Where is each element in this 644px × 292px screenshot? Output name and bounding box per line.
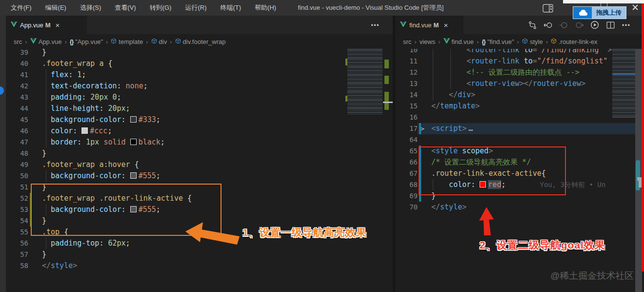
line-number[interactable]: 39 bbox=[6, 49, 28, 58]
line-number[interactable]: 47 bbox=[6, 137, 28, 148]
code-line[interactable]: 44 line-height: 20px; bbox=[6, 103, 393, 114]
breadcrumb-item[interactable]: template bbox=[111, 38, 143, 45]
line-number[interactable]: 64 bbox=[395, 134, 418, 146]
breadcrumb-item[interactable]: App.vue bbox=[30, 38, 62, 45]
color-swatch[interactable] bbox=[130, 172, 137, 179]
code-line[interactable]: 48} bbox=[6, 148, 393, 159]
menu-item[interactable]: 转到(G) bbox=[143, 0, 179, 16]
minimap-left[interactable] bbox=[347, 49, 382, 115]
line-number[interactable]: 58 bbox=[6, 260, 28, 271]
line-number[interactable]: 41 bbox=[6, 69, 28, 81]
code-line[interactable]: 70</style> bbox=[395, 202, 644, 213]
scrollbar-thumb-edge[interactable] bbox=[383, 102, 393, 103]
menu-item[interactable]: 选择(S) bbox=[73, 0, 108, 16]
line-number[interactable]: 55 bbox=[6, 227, 28, 238]
line-number[interactable]: 50 bbox=[6, 170, 28, 182]
run-file-icon[interactable] bbox=[590, 21, 599, 29]
line-number[interactable]: 10 bbox=[395, 49, 418, 56]
line-number[interactable]: 52 bbox=[6, 193, 28, 204]
color-swatch[interactable] bbox=[130, 116, 137, 123]
color-swatch[interactable] bbox=[130, 139, 137, 145]
line-number[interactable]: 56 bbox=[6, 238, 28, 249]
line-number[interactable]: 49 bbox=[6, 159, 28, 170]
menu-item[interactable]: 运行(R) bbox=[178, 0, 213, 16]
line-number[interactable]: 65 bbox=[395, 146, 418, 157]
line-number[interactable]: 46 bbox=[6, 125, 28, 137]
tab-close-icon[interactable]: × bbox=[55, 21, 61, 29]
code-line[interactable]: 42 text-decoration: none; bbox=[6, 81, 393, 92]
code-line[interactable]: 50 background-color: #555; bbox=[6, 170, 393, 182]
breadcrumb-item[interactable]: div.footer_wrap bbox=[175, 38, 226, 45]
line-number[interactable]: 11 bbox=[395, 56, 418, 67]
line-number[interactable]: 17 bbox=[395, 123, 418, 134]
breadcrumb-item[interactable]: .router-link-ex bbox=[551, 38, 597, 45]
navigate-back-icon[interactable] bbox=[543, 21, 552, 29]
line-number[interactable]: 43 bbox=[6, 92, 28, 103]
menu-item[interactable]: 查看(V) bbox=[108, 0, 142, 16]
code-line[interactable]: 43 padding: 20px 0; bbox=[6, 92, 393, 103]
line-number[interactable]: 45 bbox=[6, 114, 28, 125]
floating-blue-dot[interactable] bbox=[0, 86, 4, 95]
menu-item[interactable]: 文件(F) bbox=[4, 0, 39, 16]
fold-chevron-icon[interactable]: > bbox=[421, 123, 424, 134]
line-number[interactable]: 51 bbox=[6, 182, 28, 193]
breadcrumb-item[interactable]: views bbox=[420, 38, 436, 45]
color-swatch[interactable] bbox=[81, 127, 88, 134]
code-line[interactable]: 17><script>… bbox=[395, 123, 644, 134]
code-line[interactable]: 41 flex: 1; bbox=[6, 69, 393, 81]
code-line[interactable]: 40.footer_wrap a { bbox=[6, 58, 393, 69]
minimap-change-mark bbox=[345, 59, 347, 65]
code-line[interactable]: 46 color: #ccc; bbox=[6, 125, 393, 137]
line-number[interactable]: 44 bbox=[6, 103, 28, 114]
breadcrumb-item[interactable]: find.vue bbox=[443, 38, 474, 45]
line-number[interactable]: 48 bbox=[6, 148, 28, 159]
tab-app-vue[interactable]: App.vue M × bbox=[6, 16, 87, 34]
line-number[interactable]: 42 bbox=[6, 81, 28, 92]
line-number[interactable]: 70 bbox=[395, 202, 418, 213]
line-number[interactable]: 54 bbox=[6, 215, 28, 227]
more-actions-icon[interactable]: ⋯ bbox=[371, 20, 380, 30]
overview-ruler-mark bbox=[384, 76, 389, 84]
breadcrumb-item[interactable]: src bbox=[403, 38, 411, 45]
line-number[interactable]: 16 bbox=[395, 112, 418, 123]
split-editor-icon[interactable] bbox=[606, 21, 615, 29]
breadcrumb-item[interactable]: { }"find.vue" bbox=[482, 38, 514, 45]
code-line[interactable]: 57} bbox=[6, 249, 393, 260]
line-number[interactable]: 53 bbox=[6, 204, 28, 215]
code-line[interactable]: 47 border: 1px solid black; bbox=[6, 137, 393, 148]
more-actions-icon[interactable]: ⋯ bbox=[622, 21, 630, 29]
code-line[interactable]: 64 bbox=[395, 134, 644, 146]
code-line[interactable]: 45 background-color: #333; bbox=[6, 114, 393, 125]
code-line[interactable]: 16 bbox=[395, 112, 644, 123]
open-changes-icon[interactable] bbox=[528, 21, 537, 29]
line-number[interactable]: 12 bbox=[395, 67, 418, 78]
line-number[interactable]: 68 bbox=[395, 179, 418, 190]
code-line[interactable]: 39} bbox=[6, 49, 393, 58]
minimap-right[interactable] bbox=[612, 49, 635, 118]
braces-icon: { } bbox=[70, 38, 73, 45]
drag-upload-button[interactable]: 拖拽上传 bbox=[573, 6, 626, 19]
line-number[interactable]: 15 bbox=[395, 101, 418, 112]
breadcrumb-item[interactable]: { }"App.vue" bbox=[70, 38, 103, 45]
menu-item[interactable]: 终端(T) bbox=[213, 0, 248, 16]
menu-item[interactable]: 编辑(E) bbox=[39, 0, 73, 16]
line-number[interactable]: 14 bbox=[395, 89, 418, 101]
customize-layout-icon[interactable] bbox=[543, 4, 553, 13]
line-number[interactable]: 57 bbox=[6, 249, 28, 260]
line-number[interactable]: 67 bbox=[395, 168, 418, 179]
line-number[interactable]: 66 bbox=[395, 157, 418, 168]
chevron-right-icon: › bbox=[146, 38, 148, 45]
watermark: @稀土掘金技术社区 bbox=[550, 270, 634, 282]
code-line[interactable]: 15</template> bbox=[395, 101, 644, 112]
breadcrumb-item[interactable]: src bbox=[14, 38, 22, 45]
line-number[interactable]: 69 bbox=[395, 190, 418, 202]
code-line[interactable]: 58</style> bbox=[6, 260, 393, 271]
tab-find-vue[interactable]: find.vue M × bbox=[395, 16, 463, 34]
line-number[interactable]: 13 bbox=[395, 78, 418, 89]
line-number[interactable]: 40 bbox=[6, 58, 28, 69]
breadcrumb-item[interactable]: style bbox=[522, 38, 543, 45]
code-line[interactable]: 49.footer_wrap a:hover { bbox=[6, 159, 393, 170]
tab-close-icon[interactable]: × bbox=[443, 21, 449, 29]
breadcrumb-item[interactable]: div bbox=[151, 38, 167, 45]
code-area-left[interactable]: 39}40.footer_wrap a {41 flex: 1;42 text-… bbox=[6, 49, 393, 292]
